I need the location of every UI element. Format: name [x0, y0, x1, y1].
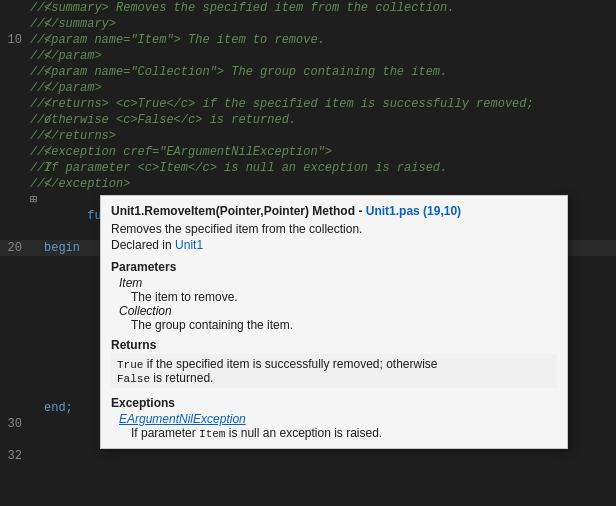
- tooltip-returns-false: False: [117, 373, 150, 385]
- line-indicator: ///: [30, 64, 44, 80]
- line-indicator: ///: [30, 32, 44, 48]
- line-number: 30: [0, 416, 30, 432]
- line-content: </param>: [44, 80, 616, 96]
- tooltip-title-text: Unit1.RemoveItem(Pointer,Pointer) Method: [111, 204, 355, 218]
- tooltip-returns-text2: is returned.: [153, 371, 213, 385]
- line-indicator: ///: [30, 128, 44, 144]
- code-line-12: /// </exception>: [0, 176, 616, 192]
- code-line-8: /// </returns>: [0, 128, 616, 144]
- code-editor: /// <summary> Removes the specified item…: [0, 0, 616, 506]
- tooltip-param-collection-desc: The group containing the item.: [131, 318, 557, 332]
- line-content: If parameter <c>Item</c> is null an exce…: [44, 160, 616, 176]
- code-line-5: /// </param>: [0, 80, 616, 96]
- line-content: <exception cref="EArgumentNilException">: [44, 144, 616, 160]
- line-content: <summary> Removes the specified item fro…: [44, 0, 616, 16]
- tooltip-exceptions-heading: Exceptions: [111, 396, 557, 410]
- line-number: 32: [0, 448, 30, 464]
- line-content: otherwise <c>False</c> is returned.: [44, 112, 616, 128]
- tooltip-returns-heading: Returns: [111, 338, 557, 352]
- line-indicator: ///: [30, 48, 44, 64]
- tooltip-exception-desc: If parameter Item is null an exception i…: [131, 426, 557, 440]
- line-indicator: ///: [30, 112, 44, 128]
- tooltip-param-item-desc: The item to remove.: [131, 290, 557, 304]
- tooltip-title-dash: -: [358, 204, 365, 218]
- tooltip-returns-box: True if the specified item is successful…: [111, 354, 557, 388]
- tooltip-returns-text1: True if the specified item is successful…: [117, 357, 438, 371]
- tooltip-declared: Declared in Unit1: [111, 238, 557, 252]
- line-content: </param>: [44, 48, 616, 64]
- tooltip-declared-label: Declared in: [111, 238, 172, 252]
- line-indicator: ///: [30, 176, 44, 192]
- line-content: <returns> <c>True</c> if the specified i…: [44, 96, 616, 112]
- line-content: </returns>: [44, 128, 616, 144]
- line-indicator: ///: [30, 160, 44, 176]
- line-content: </exception>: [44, 176, 616, 192]
- line-number: 10: [0, 32, 30, 48]
- line-indicator: ///: [30, 80, 44, 96]
- code-line-11: /// If parameter <c>Item</c> is null an …: [0, 160, 616, 176]
- tooltip-popup: Unit1.RemoveItem(Pointer,Pointer) Method…: [100, 195, 568, 449]
- line-indicator: ///: [30, 16, 44, 32]
- line-indicator: ///: [30, 144, 44, 160]
- tooltip-title-link[interactable]: Unit1.pas (19,10): [366, 204, 461, 218]
- tooltip-description: Removes the specified item from the coll…: [111, 222, 557, 236]
- tooltip-title: Unit1.RemoveItem(Pointer,Pointer) Method…: [111, 204, 557, 218]
- code-line-10: 10 /// <param name="Item"> The item to r…: [0, 32, 616, 48]
- line-indicator: ///: [30, 0, 44, 16]
- code-line-1: /// <summary> Removes the specified item…: [0, 0, 616, 16]
- tooltip-parameters-heading: Parameters: [111, 260, 557, 274]
- line-number: 20: [0, 240, 30, 256]
- code-line-4: /// <param name="Collection"> The group …: [0, 64, 616, 80]
- line-indicator: ///: [30, 96, 44, 112]
- tooltip-declared-link[interactable]: Unit1: [175, 238, 203, 252]
- line-content: </summary>: [44, 16, 616, 32]
- code-line-9: /// <exception cref="EArgumentNilExcepti…: [0, 144, 616, 160]
- code-line-7: /// otherwise <c>False</c> is returned.: [0, 112, 616, 128]
- code-line-6: /// <returns> <c>True</c> if the specifi…: [0, 96, 616, 112]
- tooltip-param-item-name: Item: [119, 276, 557, 290]
- line-indicator: ⊞: [30, 192, 44, 208]
- code-line-2: /// </summary>: [0, 16, 616, 32]
- line-content: <param name="Item"> The item to remove.: [44, 32, 616, 48]
- code-line-32: 32: [0, 448, 616, 464]
- tooltip-exception-entry: EArgumentNilException If parameter Item …: [111, 412, 557, 440]
- line-content: <param name="Collection"> The group cont…: [44, 64, 616, 80]
- tooltip-param-collection-name: Collection: [119, 304, 557, 318]
- tooltip-exception-name[interactable]: EArgumentNilException: [119, 412, 246, 426]
- code-line-3: /// </param>: [0, 48, 616, 64]
